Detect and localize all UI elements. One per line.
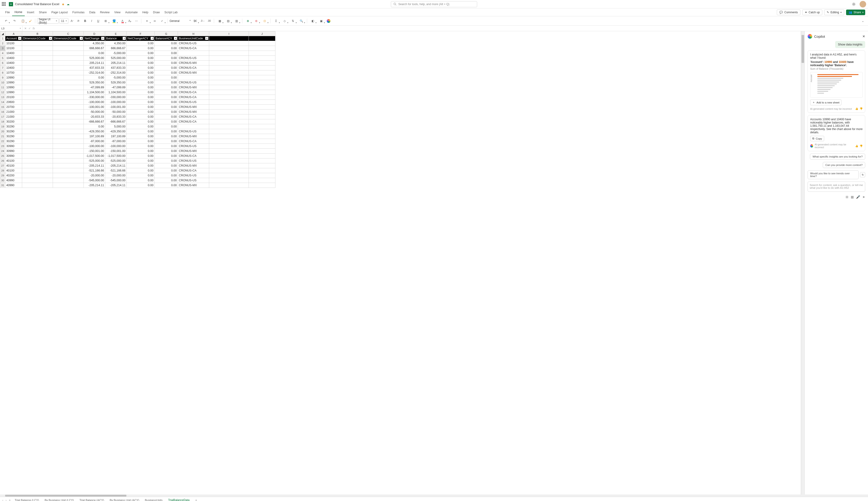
cell[interactable]: 30990: [6, 153, 22, 159]
cell[interactable]: [249, 115, 275, 119]
copilot-toolbar-button[interactable]: [326, 18, 331, 24]
cell[interactable]: -545,000.00: [105, 178, 127, 183]
cell[interactable]: [53, 95, 84, 100]
cell[interactable]: 0.00: [127, 168, 155, 173]
cell[interactable]: [249, 144, 275, 149]
cell[interactable]: -666,666.67: [105, 119, 127, 124]
row-header[interactable]: 29: [0, 173, 6, 178]
cell[interactable]: [53, 149, 84, 153]
cell[interactable]: [209, 109, 249, 115]
cell[interactable]: [249, 61, 275, 65]
cell[interactable]: 0.00: [155, 134, 178, 139]
row-header[interactable]: 27: [0, 163, 6, 168]
insert-cells-button[interactable]: ⊕▾: [244, 18, 252, 24]
cell[interactable]: 0.00: [127, 41, 155, 46]
cell[interactable]: 0.00: [155, 46, 178, 51]
row-header[interactable]: 24: [0, 149, 6, 153]
cell[interactable]: [22, 41, 53, 46]
cell[interactable]: 0.00: [127, 134, 155, 139]
cell[interactable]: 0.00: [127, 183, 155, 188]
cell[interactable]: 0.00: [155, 119, 178, 124]
cell[interactable]: [22, 51, 53, 56]
cloud-sync-icon[interactable]: ☁: [66, 2, 70, 6]
cell[interactable]: [22, 178, 53, 183]
cell[interactable]: [22, 61, 53, 65]
format-cells-button[interactable]: ⊡▾: [261, 18, 269, 24]
row-header[interactable]: 30: [0, 178, 6, 183]
cell[interactable]: [249, 100, 275, 105]
cell[interactable]: CRONUS-CA: [178, 46, 209, 51]
cell[interactable]: -50,000.00: [105, 109, 127, 115]
name-box[interactable]: L3▾: [0, 25, 22, 31]
cell[interactable]: CRONUS-US: [178, 80, 209, 85]
cell[interactable]: 10990: [6, 90, 22, 95]
row-header[interactable]: 21: [0, 134, 6, 139]
cell[interactable]: 0.00: [155, 183, 178, 188]
cell[interactable]: 529,350.00: [84, 80, 105, 85]
row-header[interactable]: 28: [0, 168, 6, 173]
cell[interactable]: [22, 119, 53, 124]
cell[interactable]: 0.00: [155, 41, 178, 46]
cell[interactable]: [53, 100, 84, 105]
cell[interactable]: [209, 51, 249, 56]
cell[interactable]: 0.00: [127, 159, 155, 163]
ribbon-tab-data[interactable]: Data: [87, 8, 97, 16]
cell[interactable]: -666,666.67: [84, 119, 105, 124]
row-header[interactable]: 13: [0, 95, 6, 100]
cell[interactable]: [22, 105, 53, 109]
cell[interactable]: [53, 178, 84, 183]
cell[interactable]: -150,001.00: [84, 149, 105, 153]
cell[interactable]: -47,099.89: [84, 85, 105, 90]
cell[interactable]: 0.00: [155, 105, 178, 109]
cancel-formula-icon[interactable]: ✕: [24, 27, 27, 30]
cell[interactable]: [53, 41, 84, 46]
table-header-cell[interactable]: Dimension2Code▾: [53, 36, 84, 41]
decrease-decimal-button[interactable]: .00: [206, 18, 212, 24]
cell[interactable]: [249, 178, 275, 183]
addins-button[interactable]: ◧▾: [309, 18, 316, 24]
user-avatar[interactable]: [860, 1, 866, 8]
col-header-D[interactable]: D: [84, 31, 105, 36]
delete-cells-button[interactable]: ⊖▾: [253, 18, 260, 24]
cell[interactable]: -87,000.00: [84, 139, 105, 144]
cell[interactable]: [209, 90, 249, 95]
cell[interactable]: -20,833.33: [84, 115, 105, 119]
cell[interactable]: CRONUS-CA: [178, 90, 209, 95]
col-header-J[interactable]: J: [249, 31, 275, 36]
row-header[interactable]: 6: [0, 61, 6, 65]
cell[interactable]: 0.00: [155, 149, 178, 153]
suggestion-3[interactable]: Would you like to see trends over time?: [808, 170, 859, 179]
number-format-selector[interactable]: General▾: [169, 19, 190, 23]
cell[interactable]: 0.00: [84, 51, 105, 56]
cell[interactable]: 0.00: [155, 56, 178, 61]
cell[interactable]: 666,666.67: [105, 46, 127, 51]
cell[interactable]: [249, 41, 275, 46]
row-header[interactable]: 19: [0, 124, 6, 129]
cell[interactable]: [249, 173, 275, 178]
col-header-E[interactable]: E: [105, 31, 127, 36]
cell[interactable]: [53, 129, 84, 134]
cell[interactable]: [22, 75, 53, 80]
cell[interactable]: 666,666.67: [84, 46, 105, 51]
cell[interactable]: [209, 173, 249, 178]
cell[interactable]: [249, 119, 275, 124]
cell[interactable]: 30200: [6, 119, 22, 124]
cell[interactable]: 40990: [6, 178, 22, 183]
sheet-all-button[interactable]: ≡: [8, 499, 11, 501]
cell[interactable]: -1,017,500.00: [105, 153, 127, 159]
suggestion-1[interactable]: What specific insights are you looking f…: [810, 153, 865, 160]
cell[interactable]: [53, 109, 84, 115]
cell[interactable]: 0.00: [155, 71, 178, 75]
row-header[interactable]: 14: [0, 100, 6, 105]
row-header[interactable]: 2: [0, 41, 6, 46]
cell[interactable]: CRONUS-CA: [178, 119, 209, 124]
cell[interactable]: 10990: [6, 80, 22, 85]
italic-button[interactable]: I: [89, 18, 94, 24]
underline-button[interactable]: U: [95, 18, 101, 24]
cell[interactable]: [209, 65, 249, 71]
cell[interactable]: [22, 95, 53, 100]
cell[interactable]: [53, 173, 84, 178]
cell[interactable]: [249, 75, 275, 80]
cell[interactable]: CRONUS-MX: [178, 71, 209, 75]
cell[interactable]: -205,214.11: [105, 163, 127, 168]
